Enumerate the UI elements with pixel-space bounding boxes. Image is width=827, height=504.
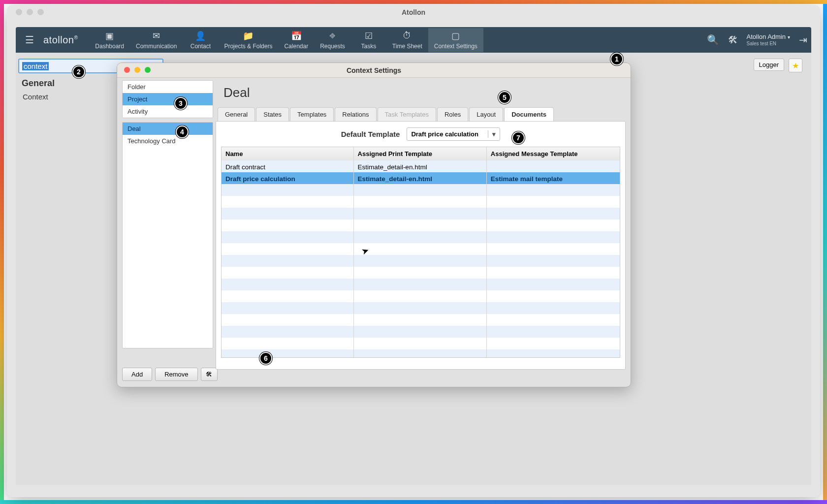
settings-tool-icon[interactable]: 🛠 <box>728 34 738 46</box>
callout-1: 1 <box>610 53 623 65</box>
logger-button[interactable]: Logger <box>754 59 784 71</box>
inner-window-titlebar: Context Settings <box>117 63 631 78</box>
callout-6: 6 <box>259 352 272 365</box>
tasks-icon: ☑ <box>363 31 374 41</box>
mail-icon: ✉ <box>151 31 162 41</box>
row-activity[interactable]: Activity <box>123 105 213 118</box>
table-row <box>222 279 620 290</box>
nav-communication[interactable]: ✉Communication <box>130 28 183 52</box>
nav-contact[interactable]: 👤Contact <box>183 28 218 52</box>
table-row <box>222 196 620 208</box>
table-row <box>222 184 620 196</box>
tab-documents[interactable]: Documents <box>504 107 554 121</box>
table-row <box>222 314 620 326</box>
clock-icon: ⏱ <box>402 31 413 41</box>
hamburger-menu[interactable]: ☰ <box>20 34 39 46</box>
chevron-down-icon: ▾ <box>786 34 790 40</box>
folder-icon: 📁 <box>243 31 254 41</box>
context-heading: Deal <box>216 80 626 107</box>
chevron-down-icon: ▾ <box>488 130 496 138</box>
tab-templates[interactable]: Templates <box>290 107 334 121</box>
nav-calendar[interactable]: 📅Calendar <box>278 28 314 52</box>
left-add-button[interactable]: Add <box>122 368 152 381</box>
default-template-select[interactable]: Draft price calculation ▾ <box>407 127 500 141</box>
inner-traffic-lights[interactable] <box>124 67 151 73</box>
col-msg-template[interactable]: Assigned Message Template <box>487 147 620 160</box>
table-row <box>222 349 620 357</box>
tab-task-templates: Task Templates <box>378 107 436 121</box>
table-row <box>222 231 620 243</box>
requests-icon: ⎆ <box>327 31 338 41</box>
callout-3: 3 <box>174 97 187 110</box>
nav-tasks[interactable]: ☑Tasks <box>351 28 386 52</box>
callout-2: 2 <box>72 65 85 78</box>
top-nav: ▣Dashboard ✉Communication 👤Contact 📁Proj… <box>89 28 483 52</box>
project-type-list: Folder Project Activity <box>122 80 213 118</box>
nav-time-sheet[interactable]: ⏱Time Sheet <box>386 28 428 52</box>
contact-icon: 👤 <box>195 31 206 41</box>
dashboard-icon: ▣ <box>104 31 115 41</box>
col-name[interactable]: Name <box>222 147 354 160</box>
left-remove-button[interactable]: Remove <box>155 368 197 381</box>
mac-traffic-lights <box>16 9 44 15</box>
app-logo: atollon® <box>39 34 82 46</box>
calendar-icon: 📅 <box>291 31 302 41</box>
logout-icon[interactable]: ⇥ <box>799 34 807 46</box>
tab-general[interactable]: General <box>218 107 255 121</box>
documents-table: Name Assigned Print Template Assigned Me… <box>221 147 620 358</box>
context-settings-window: Context Settings Folder Project Activity… <box>117 63 631 387</box>
table-row <box>222 243 620 255</box>
table-row <box>222 220 620 231</box>
mac-window-titlebar: Atollon <box>7 5 820 20</box>
subtype-list: Deal Technology Card <box>122 122 213 348</box>
tab-layout[interactable]: Layout <box>469 107 503 121</box>
nav-context-settings[interactable]: ▢Context Settings <box>428 28 483 52</box>
callout-7: 7 <box>512 131 525 144</box>
table-row <box>222 290 620 302</box>
row-project[interactable]: Project <box>123 93 213 105</box>
nav-projects-folders[interactable]: 📁Projects & Folders <box>218 28 278 52</box>
callout-4: 4 <box>176 126 189 138</box>
user-menu[interactable]: Atollon Admin▾ Sales test EN <box>747 33 791 47</box>
tree-header-general[interactable]: General <box>22 78 55 89</box>
documents-panel: Default Template Draft price calculation… <box>216 121 626 370</box>
context-icon: ▢ <box>450 31 461 41</box>
table-row <box>222 338 620 349</box>
row-technology-card[interactable]: Technology Card <box>123 135 213 147</box>
table-row[interactable]: Draft contractEstimate_detail-en.html <box>222 160 620 172</box>
tab-states[interactable]: States <box>256 107 289 121</box>
table-row[interactable]: Draft price calculationEstimate_detail-e… <box>222 172 620 184</box>
table-row <box>222 255 620 267</box>
nav-dashboard[interactable]: ▣Dashboard <box>89 28 130 52</box>
search-icon[interactable]: 🔍 <box>707 34 719 46</box>
topbar: ☰ atollon® ▣Dashboard ✉Communication 👤Co… <box>16 27 811 53</box>
left-tree: General Context <box>22 78 55 102</box>
nav-requests[interactable]: ⎆Requests <box>314 28 351 52</box>
callout-5: 5 <box>498 91 511 104</box>
inner-window-title: Context Settings <box>347 66 401 74</box>
tab-roles[interactable]: Roles <box>437 107 468 121</box>
table-row <box>222 267 620 279</box>
mac-window-title: Atollon <box>402 8 425 16</box>
col-print-template[interactable]: Assigned Print Template <box>354 147 487 160</box>
row-deal[interactable]: Deal <box>123 123 213 135</box>
context-tabs: General States Templates Relations Task … <box>216 107 626 121</box>
tab-relations[interactable]: Relations <box>335 107 376 121</box>
table-row <box>222 208 620 220</box>
tree-item-context[interactable]: Context <box>22 92 55 102</box>
row-folder[interactable]: Folder <box>123 81 213 93</box>
table-row <box>222 302 620 314</box>
default-template-label: Default Template <box>341 130 400 138</box>
table-row <box>222 326 620 338</box>
favorite-star-button[interactable]: ★ <box>789 59 802 72</box>
left-wrench-button[interactable]: 🛠 <box>201 368 218 381</box>
